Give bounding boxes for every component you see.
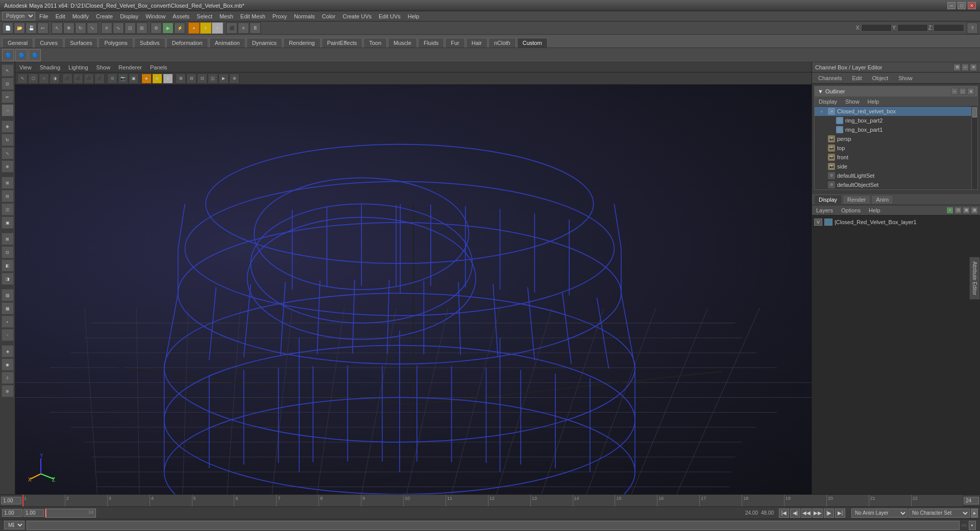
tool-rotate[interactable]: ↻ <box>2 134 14 146</box>
vp-menu-view[interactable]: View <box>17 63 34 71</box>
tool-misc5[interactable]: ◈ <box>2 345 14 357</box>
vp-tb-misc5[interactable]: ▶ <box>218 74 229 84</box>
outliner-item-lightset[interactable]: ⚙ defaultLightSet <box>815 171 971 180</box>
subtab-options[interactable]: Options <box>839 206 863 214</box>
layers-btn4[interactable]: ⊞ <box>971 207 978 214</box>
maximize-button[interactable]: □ <box>958 2 966 9</box>
z-coord-input[interactable] <box>934 24 964 32</box>
tool-group4[interactable]: ▣ <box>2 216 14 229</box>
menu-create-uvs[interactable]: Create UVs <box>339 12 375 20</box>
tab-edit[interactable]: Edit <box>848 74 866 82</box>
outliner-button[interactable]: ≡ <box>238 22 249 34</box>
tool-snap4[interactable]: ◨ <box>2 273 14 285</box>
char-set-select[interactable]: No Character Set <box>909 509 970 518</box>
new-scene-button[interactable]: 📄 <box>2 22 13 34</box>
vp-tb-cam[interactable]: 📷 <box>118 74 128 84</box>
layers-btn2[interactable]: ⊡ <box>954 207 962 214</box>
attribute-button[interactable]: Ⅲ <box>250 22 261 34</box>
layer-type-btn[interactable] <box>824 219 832 226</box>
vp-menu-shading[interactable]: Shading <box>38 63 62 71</box>
outliner-menu-display[interactable]: Display <box>817 98 839 106</box>
tool-manip[interactable]: ⊕ <box>2 160 14 173</box>
menu-select[interactable]: Select <box>193 12 215 20</box>
menu-assets[interactable]: Assets <box>169 12 192 20</box>
tab-rendering[interactable]: Rendering <box>283 38 321 47</box>
menu-mesh[interactable]: Mesh <box>216 12 236 20</box>
menu-edit-uvs[interactable]: Edit UVs <box>376 12 404 20</box>
outliner-menu-help[interactable]: Help <box>866 98 881 106</box>
tab-fur[interactable]: Fur <box>445 38 465 47</box>
menu-proxy[interactable]: Proxy <box>270 12 290 20</box>
step-forward-button[interactable]: |▶ <box>824 509 834 518</box>
tab-show[interactable]: Show <box>894 74 917 82</box>
tab-toon[interactable]: Toon <box>363 38 387 47</box>
help-button[interactable]: ? <box>967 22 978 34</box>
snap-curve-button[interactable]: ∿ <box>113 22 124 34</box>
tool-scale[interactable]: ⤡ <box>2 147 14 159</box>
outliner-collapse-icon[interactable]: ▼ <box>818 88 823 94</box>
vp-tb-layout4[interactable]: ⬛ <box>94 74 105 84</box>
tab-dynamics[interactable]: Dynamics <box>247 38 282 47</box>
tab-animation[interactable]: Animation <box>209 38 246 47</box>
vp-menu-show[interactable]: Show <box>94 63 113 71</box>
attribute-editor-tab[interactable]: Attribute Editor <box>969 257 980 300</box>
menu-help[interactable]: Help <box>405 12 423 20</box>
vp-tb-layout1[interactable]: ⬛ <box>62 74 72 84</box>
tab-surfaces[interactable]: Surfaces <box>64 38 97 47</box>
tab-custom[interactable]: Custom <box>517 38 548 47</box>
timeline-end-input[interactable] <box>964 497 979 504</box>
outliner-item-ring-part2[interactable]: ⬡ ring_box_part2 <box>823 116 971 125</box>
outliner-item-front[interactable]: 📷 front <box>815 153 971 162</box>
right-panel-minimize[interactable]: ─ <box>962 64 969 71</box>
tab-painteffects[interactable]: PaintEffects <box>322 38 363 47</box>
play-forward-button[interactable]: ▶▶ <box>813 509 823 518</box>
go-to-end-button[interactable]: ▶| <box>835 509 845 518</box>
layers-btn3[interactable]: ⊠ <box>963 207 970 214</box>
outliner-item-closed-box[interactable]: ▸ ◈ Closed_red_velvet_box <box>815 107 971 116</box>
vp-color-yellow[interactable]: ■ <box>152 74 162 84</box>
tool-move[interactable]: ✥ <box>2 120 14 133</box>
status-message-bar[interactable] <box>27 521 960 530</box>
vp-tb-select[interactable]: ↖ <box>17 74 28 84</box>
outliner-close[interactable]: ✕ <box>967 88 974 95</box>
subtab-help[interactable]: Help <box>867 206 883 214</box>
tab-display[interactable]: Display <box>814 195 842 204</box>
outliner-item-objset[interactable]: ⚙ defaultObjectSet <box>815 180 971 189</box>
right-panel-options[interactable]: ⚙ <box>953 64 961 71</box>
tool-misc3[interactable]: ▪ <box>2 316 14 328</box>
tool-snap3[interactable]: ◧ <box>2 259 14 272</box>
tool-group1[interactable]: ⊞ <box>2 177 14 189</box>
shelf-icon-3[interactable]: 🔵 <box>29 49 41 61</box>
vp-menu-renderer[interactable]: Renderer <box>116 63 144 71</box>
layout-button[interactable]: ⬛ <box>226 22 237 34</box>
vp-tb-misc1[interactable]: ⊞ <box>176 74 186 84</box>
menu-normals[interactable]: Normals <box>291 12 318 20</box>
snap-grid-button[interactable]: # <box>101 22 112 34</box>
tab-channels[interactable]: Channels <box>814 74 846 82</box>
scale-mode-button[interactable]: ⤡ <box>87 22 98 34</box>
menu-display[interactable]: Display <box>117 12 141 20</box>
outliner-item-ring-part1[interactable]: ⬡ ring_box_part1 <box>823 125 971 134</box>
menu-window[interactable]: Window <box>142 12 168 20</box>
viewport-canvas[interactable]: X Z Y <box>15 85 812 494</box>
tool-select2[interactable]: ⊡ <box>2 78 14 90</box>
tool-snap2[interactable]: ⊡ <box>2 246 14 258</box>
status-mode-select[interactable]: MEL Python <box>4 521 24 529</box>
vp-tb-layout3[interactable]: ⬛ <box>84 74 94 84</box>
vp-tb-layout2[interactable]: ⬛ <box>73 74 83 84</box>
layer-vis-btn[interactable]: V <box>814 219 822 226</box>
outliner-item-side[interactable]: 📷 side <box>815 162 971 171</box>
outliner-item-persp[interactable]: 📷 persp <box>815 134 971 143</box>
go-to-start-button[interactable]: |◀ <box>779 509 789 518</box>
tool-misc4[interactable]: ▫ <box>2 329 14 341</box>
tool-select[interactable]: ↖ <box>2 64 14 77</box>
tool-snap1[interactable]: ⊠ <box>2 233 14 245</box>
tab-fluids[interactable]: Fluids <box>418 38 444 47</box>
tab-render[interactable]: Render <box>843 195 870 204</box>
snap-view-button[interactable]: ⊞ <box>136 22 148 34</box>
vp-tb-gate[interactable]: ▣ <box>129 74 139 84</box>
vp-tb-misc4[interactable]: ◫ <box>208 74 218 84</box>
step-back-button[interactable]: ◀| <box>790 509 800 518</box>
color-btn-white[interactable]: ● <box>212 22 223 34</box>
tool-lasso[interactable]: ⌓ <box>2 104 14 116</box>
